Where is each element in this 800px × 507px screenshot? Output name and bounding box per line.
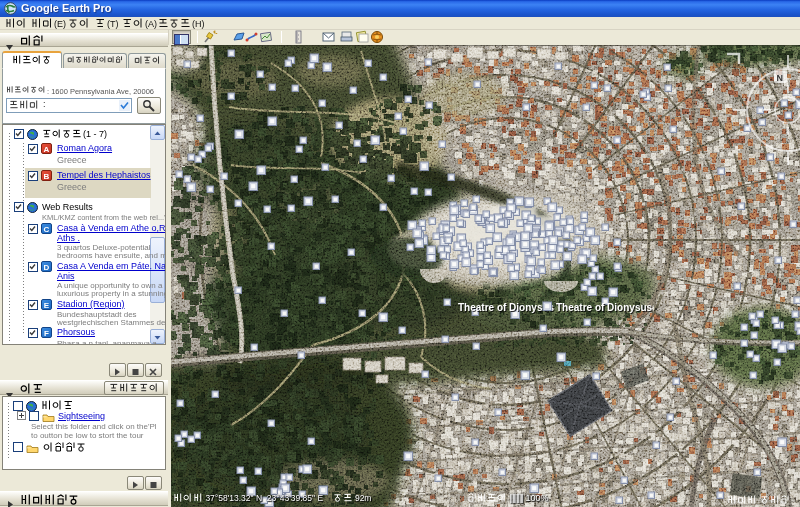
svg-text:N: N xyxy=(777,73,784,83)
svg-text:Theatre of Dionysus: Theatre of Dionysus xyxy=(458,302,555,313)
svg-text:Theatre of Dionysus: Theatre of Dionysus xyxy=(556,302,653,313)
